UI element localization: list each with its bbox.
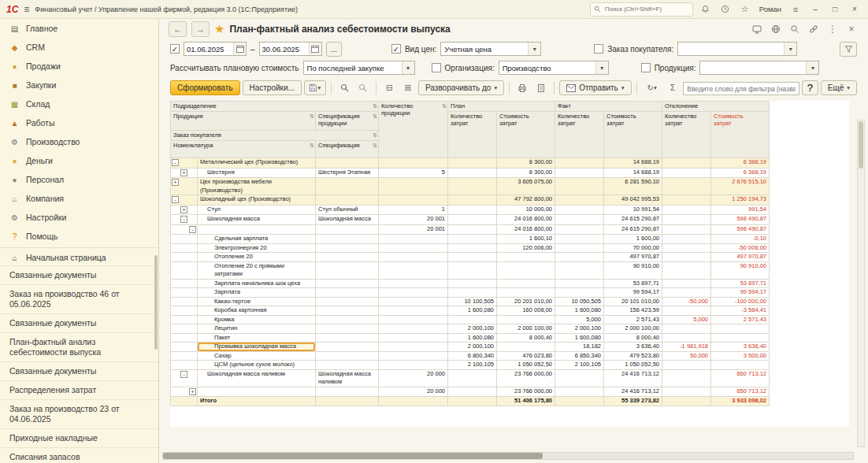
col-dev-cost[interactable]: Стоимость затрат <box>711 112 770 158</box>
period-options-button[interactable]: ... <box>326 42 342 57</box>
more-button[interactable]: Ещё ▾ <box>821 80 857 95</box>
organization-checkbox[interactable] <box>432 63 441 72</box>
open-in-window-icon[interactable] <box>750 22 764 36</box>
sidebar-item-производство[interactable]: ⚙Производство <box>0 132 158 151</box>
table-row[interactable]: Промывка шоколадная масса2 000,10018,182… <box>171 343 770 352</box>
service-menu-icon[interactable]: ≡ <box>788 2 803 17</box>
minimize-button[interactable]: – <box>808 2 822 17</box>
chevron-down-icon[interactable]: ▾ <box>806 61 818 74</box>
col-plan-qty-cost[interactable]: Количество затрат <box>448 112 497 158</box>
period-from-field[interactable] <box>184 42 247 56</box>
history-item[interactable]: Заказ на производство 23 от 04.06.2025 <box>0 399 158 428</box>
filter-funnel-button[interactable] <box>840 42 857 57</box>
autosum-icon[interactable]: Σ <box>665 80 681 95</box>
table-row[interactable]: -Шоколадная массаШоколадная масса20 0012… <box>171 215 770 225</box>
col-plan-cost[interactable]: Стоимость затрат <box>497 112 555 158</box>
calendar-icon[interactable] <box>309 43 321 55</box>
table-row[interactable]: +СтулСтул обычный110 000,0010 991,54991,… <box>171 205 770 215</box>
col-qty-product[interactable]: Количество продукции⇅ <box>379 102 448 158</box>
sidebar-item-crm[interactable]: ◆CRM <box>0 38 158 57</box>
horizontal-scrollbar-thumb[interactable] <box>163 453 543 459</box>
table-row[interactable]: Отопление 20 с прямыми затратами90 910,0… <box>171 261 770 279</box>
main-menu-icon[interactable]: ≡ <box>24 4 29 15</box>
col-product-spec[interactable]: Спецификация продукции⇅ <box>316 112 379 131</box>
table-row[interactable]: ЦСМ (цельное сухое молоко)2 100,1051 050… <box>171 361 770 370</box>
product-checkbox[interactable] <box>641 63 651 72</box>
history-item[interactable]: Заказ на производство 46 от 05.06.2025 <box>0 284 158 313</box>
help-button[interactable]: ? <box>802 80 818 95</box>
expand-icon[interactable]: + <box>172 179 179 186</box>
chevron-down-icon[interactable]: ▾ <box>402 61 414 74</box>
table-row[interactable]: -Металлический цех (Производство)8 300,0… <box>171 158 770 169</box>
price-type-combo[interactable]: Учетная цена ▾ <box>440 42 541 56</box>
table-row[interactable]: -20 00124 016 800,0024 615 290,87598 490… <box>171 224 770 235</box>
table-row[interactable]: Отопление 20497 970,87497 970,87 <box>171 253 770 262</box>
collapse-icon[interactable]: - <box>189 226 196 233</box>
history-item[interactable]: Распределения затрат <box>0 380 158 399</box>
calendar-icon[interactable] <box>233 43 246 55</box>
period-from-input[interactable] <box>184 45 233 54</box>
global-search[interactable] <box>590 2 693 17</box>
table-row[interactable]: Коробка картонная1 600,080160 008,001 60… <box>171 306 770 316</box>
product-combo[interactable]: ▾ <box>699 61 819 75</box>
favorites-icon[interactable]: ☆ <box>738 2 752 17</box>
sort-icon[interactable]: ⇅ <box>373 142 377 149</box>
table-row[interactable]: +ШестерняШестерня Этапная58 300,0014 688… <box>171 168 770 178</box>
close-report-button[interactable]: × <box>844 22 859 36</box>
organization-combo[interactable]: Производство ▾ <box>499 61 609 75</box>
collapse-icon[interactable]: - <box>180 216 187 223</box>
sidebar-item-деньги[interactable]: ●Деньги <box>0 151 158 170</box>
table-row[interactable]: Сдельная зарплата1 600,101 600,00-0,10 <box>171 235 770 244</box>
print-icon[interactable] <box>514 80 531 95</box>
col-nomenclature[interactable]: Номенклатура⇅ <box>171 141 316 158</box>
table-row[interactable]: Электроэнергия 20120 006,0070 000,00-50 … <box>171 243 770 253</box>
plan-cost-combo[interactable]: По последней закупке ▾ <box>303 61 415 75</box>
sidebar-item-помощь[interactable]: ?Помощь <box>0 227 158 246</box>
sidebar-item-персонал[interactable]: ●Персонал <box>0 170 158 189</box>
chevron-down-icon[interactable]: ▾ <box>784 43 796 55</box>
col-customer-order[interactable]: Заказ покупателя⇅ <box>171 131 379 141</box>
sidebar-item-закупки[interactable]: ■Закупки <box>0 76 158 94</box>
sort-icon[interactable]: ⇅ <box>373 131 377 139</box>
get-link-icon[interactable] <box>807 22 821 36</box>
refresh-icon[interactable]: ↻ ▾ <box>642 80 662 95</box>
sidebar-item-склад[interactable]: ▦Склад <box>0 94 158 113</box>
save-variant-button[interactable]: ▾ <box>304 80 326 95</box>
history-icon[interactable] <box>718 2 733 17</box>
history-item[interactable]: План-фактный анализ себестоимости выпуск… <box>0 332 158 361</box>
generate-button[interactable]: Сформировать <box>170 80 240 95</box>
sidebar-item-работы[interactable]: ▲Работы <box>0 113 158 132</box>
table-row[interactable]: Какао-тертое10 100,50520 201 010,0010 05… <box>171 297 770 306</box>
vertical-scrollbar[interactable] <box>857 120 865 447</box>
expand-groups-icon[interactable]: ⊞ <box>399 80 416 95</box>
find-icon[interactable] <box>336 80 353 95</box>
history-item[interactable]: Связанные документы <box>0 265 158 284</box>
vertical-scrollbar-thumb[interactable] <box>859 121 863 169</box>
sort-icon[interactable]: ⇅ <box>310 142 314 149</box>
table-row[interactable]: Пакет1 600,0808 000,401 600,0808 000,40 <box>171 333 770 343</box>
collapse-groups-icon[interactable]: ⊟ <box>381 80 398 95</box>
forward-button[interactable]: → <box>191 21 210 37</box>
more-menu-icon[interactable]: ⋮ <box>825 22 840 36</box>
table-row[interactable]: Кромка5,0002 571,435,0002 571,43 <box>171 315 770 324</box>
customer-order-checkbox[interactable] <box>594 44 603 54</box>
table-row[interactable]: +Цех производства мебели (Производство)3… <box>171 178 770 195</box>
col-fact-qty-cost[interactable]: Количество затрат <box>555 112 604 158</box>
sidebar-item-главное[interactable]: ▤Главное <box>0 19 158 38</box>
notifications-icon[interactable] <box>699 2 713 17</box>
expand-icon[interactable]: + <box>189 388 196 395</box>
sidebar-item-настройки[interactable]: ⚙Настройки <box>0 208 158 227</box>
table-total-row[interactable]: Итого51 406 175,8055 339 273,823 933 098… <box>171 397 770 406</box>
table-row[interactable]: Сахар6 800,340476 023,806 850,340479 523… <box>171 351 770 361</box>
chevron-down-icon[interactable]: ▾ <box>528 43 540 55</box>
sidebar-item-продажи[interactable]: ●Продажи <box>0 57 158 76</box>
period-checkbox[interactable]: ✓ <box>170 44 180 54</box>
col-spec[interactable]: Спецификация⇅ <box>316 141 379 158</box>
history-item[interactable]: Связанные документы <box>0 361 158 380</box>
expand-icon[interactable]: + <box>180 169 187 176</box>
sort-icon[interactable]: ⇅ <box>373 102 377 109</box>
period-to-input[interactable] <box>260 45 309 54</box>
expand-icon[interactable]: + <box>180 206 187 213</box>
collapse-icon[interactable]: - <box>180 371 187 378</box>
send-button[interactable]: Отправить ▾ <box>559 80 631 95</box>
